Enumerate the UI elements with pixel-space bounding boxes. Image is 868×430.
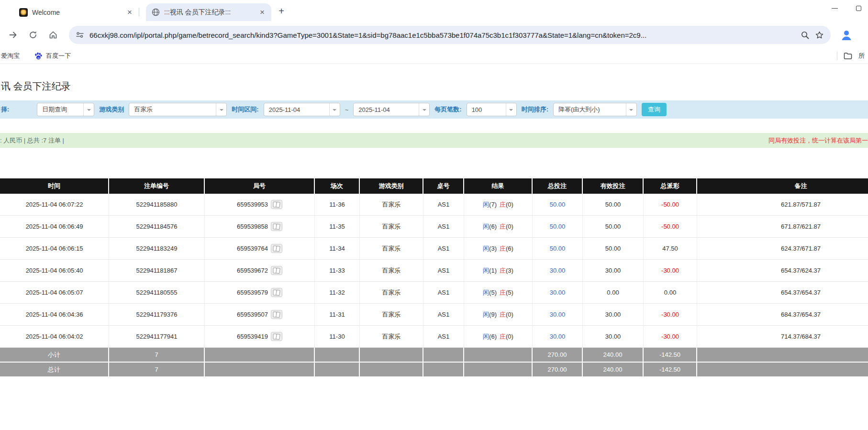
cards-icon[interactable] bbox=[271, 332, 282, 341]
payout-sum-cell: -142.50 bbox=[644, 348, 697, 362]
empty-cell bbox=[205, 363, 315, 376]
total-bet-cell[interactable]: 30.00 bbox=[533, 260, 583, 281]
chevron-down-icon[interactable] bbox=[83, 103, 94, 116]
empty-cell bbox=[360, 348, 423, 362]
payout-cell: 0.00 bbox=[644, 282, 697, 303]
game-type-cell: 百家乐 bbox=[360, 216, 423, 237]
bookmark-aitaobao[interactable]: 爱淘宝 bbox=[1, 52, 20, 60]
bet-id-cell: 522941181867 bbox=[109, 260, 205, 281]
url-text[interactable]: 66cxkj98.com/ipl/portal.php/game/betreco… bbox=[89, 31, 795, 39]
table-number-cell: AS1 bbox=[423, 282, 464, 303]
page-size-select[interactable]: 100 bbox=[467, 103, 517, 116]
tab-welcome[interactable]: Welcome × bbox=[13, 3, 139, 21]
cards-icon[interactable] bbox=[271, 310, 282, 319]
date-to-select[interactable]: 2025-11-04 bbox=[353, 103, 430, 116]
total-bet-cell[interactable]: 50.00 bbox=[533, 238, 583, 259]
game-type-select[interactable]: 百家乐 bbox=[129, 103, 227, 116]
star-icon[interactable] bbox=[815, 31, 824, 40]
folder-icon[interactable] bbox=[843, 51, 853, 61]
banker-result: 庄(0) bbox=[500, 200, 513, 209]
bet-id-cell: 522941180555 bbox=[109, 282, 205, 303]
maximize-button[interactable] bbox=[856, 6, 861, 11]
sort-select[interactable]: 降幂(由大到小) bbox=[553, 103, 637, 116]
minimize-button[interactable] bbox=[832, 8, 838, 9]
address-bar[interactable]: 66cxkj98.com/ipl/portal.php/game/betreco… bbox=[69, 26, 831, 44]
cards-icon[interactable] bbox=[271, 244, 282, 253]
valid-bet-cell: 50.00 bbox=[583, 216, 644, 237]
table-number-cell: AS1 bbox=[423, 238, 464, 259]
home-icon[interactable] bbox=[45, 27, 61, 43]
empty-cell bbox=[315, 348, 360, 362]
total-count-cell: 7 bbox=[109, 363, 205, 376]
baidu-paw-icon: du bbox=[34, 52, 43, 60]
player-result: 闲(6) bbox=[483, 222, 497, 231]
player-result: 闲(6) bbox=[483, 332, 497, 341]
remark-cell: 714.37/684.37 bbox=[697, 326, 868, 347]
time-cell: 2025-11-04 06:06:49 bbox=[0, 216, 109, 237]
page-size-value: 100 bbox=[467, 106, 506, 113]
round-number: 659539672 bbox=[237, 267, 268, 274]
remark-cell: 624.37/671.87 bbox=[697, 238, 868, 259]
site-settings-icon[interactable] bbox=[76, 31, 84, 39]
page-content: 讯 会员下注纪录 择: 日期查询 游戏类别 百家乐 时间区间: 2025-11-… bbox=[0, 80, 868, 377]
chevron-down-icon[interactable] bbox=[419, 103, 429, 116]
valid-bet-sum-cell: 240.00 bbox=[583, 363, 644, 376]
valid-bet-cell: 30.00 bbox=[583, 326, 644, 347]
tab-title: :::视讯 会员下注纪录::: bbox=[164, 8, 254, 17]
range-tilde: ~ bbox=[345, 106, 349, 113]
round-number: 659539507 bbox=[237, 311, 268, 318]
reload-icon[interactable] bbox=[25, 27, 41, 43]
empty-cell bbox=[423, 348, 464, 362]
browser-window: Welcome × :::视讯 会员下注纪录::: × + bbox=[0, 0, 868, 64]
new-tab-button[interactable]: + bbox=[275, 5, 288, 18]
remark-cell bbox=[697, 363, 868, 376]
time-cell: 2025-11-04 06:05:07 bbox=[0, 282, 109, 303]
cards-icon[interactable] bbox=[271, 200, 282, 209]
valid-bet-cell: 30.00 bbox=[583, 260, 644, 281]
chevron-down-icon[interactable] bbox=[626, 103, 636, 116]
table-row: 2025-11-04 06:06:15522941183249659539764… bbox=[0, 238, 868, 260]
table-row: 2025-11-04 06:06:49522941184576659539858… bbox=[0, 216, 868, 238]
chevron-down-icon[interactable] bbox=[216, 103, 226, 116]
profile-avatar-icon[interactable] bbox=[839, 28, 854, 42]
valid-bet-cell: 30.00 bbox=[583, 304, 644, 325]
column-header: 结果 bbox=[464, 178, 533, 194]
round-number: 659539419 bbox=[237, 333, 268, 340]
remark-cell: 621.87/571.87 bbox=[697, 194, 868, 215]
cards-icon[interactable] bbox=[271, 288, 282, 297]
total-bet-cell[interactable]: 50.00 bbox=[533, 216, 583, 237]
zoom-icon[interactable] bbox=[801, 31, 810, 40]
total-bet-cell[interactable]: 30.00 bbox=[533, 304, 583, 325]
remark-cell: 684.37/654.37 bbox=[697, 304, 868, 325]
empty-cell bbox=[360, 363, 423, 376]
banker-result: 庄(0) bbox=[500, 222, 513, 231]
payout-cell: -50.00 bbox=[644, 194, 697, 215]
cards-icon[interactable] bbox=[271, 266, 282, 275]
result-cell: 闲(1)庄(3) bbox=[464, 260, 533, 281]
player-result: 闲(3) bbox=[483, 244, 497, 253]
round-cell: 659539507 bbox=[205, 304, 315, 325]
column-header: 注单编号 bbox=[109, 178, 205, 194]
sort-value: 降幂(由大到小) bbox=[554, 105, 626, 114]
empty-cell bbox=[315, 363, 360, 376]
total-bet-cell[interactable]: 30.00 bbox=[533, 326, 583, 347]
forward-icon[interactable] bbox=[5, 27, 21, 43]
close-icon[interactable]: × bbox=[258, 8, 267, 17]
cards-icon[interactable] bbox=[271, 222, 282, 231]
chevron-down-icon[interactable] bbox=[329, 103, 340, 116]
date-from-select[interactable]: 2025-11-04 bbox=[264, 103, 340, 116]
total-bet-cell[interactable]: 30.00 bbox=[533, 282, 583, 303]
welcome-favicon-icon bbox=[19, 8, 28, 17]
date-mode-select[interactable]: 日期查询 bbox=[37, 103, 94, 116]
all-bookmarks-label[interactable]: 所 bbox=[858, 52, 868, 60]
session-cell: 11-31 bbox=[315, 304, 360, 325]
chevron-down-icon[interactable] bbox=[506, 103, 516, 116]
close-icon[interactable]: × bbox=[125, 8, 134, 17]
search-button[interactable]: 查询 bbox=[642, 103, 667, 116]
bookmark-baidu[interactable]: du 百度一下 bbox=[34, 52, 71, 60]
tab-betrecord[interactable]: :::视讯 会员下注纪录::: × bbox=[146, 3, 271, 21]
total-bet-sum-cell: 270.00 bbox=[533, 363, 583, 376]
round-cell: 659539579 bbox=[205, 282, 315, 303]
total-bet-cell[interactable]: 50.00 bbox=[533, 194, 583, 215]
session-cell: 11-35 bbox=[315, 216, 360, 237]
